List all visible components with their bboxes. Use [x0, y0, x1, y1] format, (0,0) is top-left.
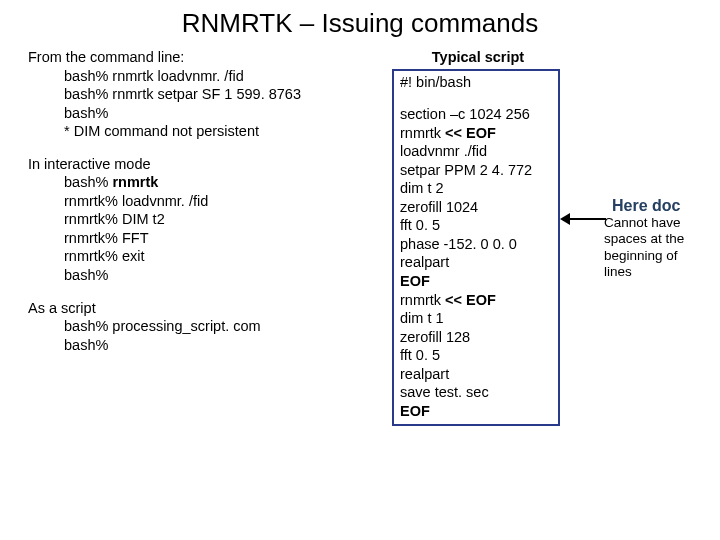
annotation: Here doc Cannot have spaces at the begin… [604, 196, 712, 280]
script-line: EOF [400, 272, 552, 291]
annotation-body: Cannot have spaces at the beginning of l… [604, 215, 712, 280]
script-line: setpar PPM 2 4. 772 [400, 161, 552, 180]
prompt: rnmrtk% [64, 230, 122, 246]
cmd-text: DIM t2 [122, 211, 165, 227]
script-line: realpart [400, 365, 552, 384]
typical-script-title: Typical script [392, 48, 564, 67]
script-line: dim t 1 [400, 309, 552, 328]
shebang-line: #! bin/bash [400, 73, 552, 92]
cmd-text: rnmrtk [400, 125, 445, 141]
scr-line: bash% processing_script. com [64, 317, 338, 336]
script-line: section –c 1024 256 [400, 105, 552, 124]
script-box: #! bin/bash section –c 1024 256 rnmrtk <… [392, 69, 560, 427]
script-line: phase -152. 0 0. 0 [400, 235, 552, 254]
right-column: Typical script #! bin/bash section –c 10… [392, 48, 582, 426]
heredoc-end: EOF [400, 403, 430, 419]
script-line: fft 0. 5 [400, 346, 552, 365]
cmd-text: loadvnmr. /fid [122, 193, 208, 209]
int-line: bash% rnmrtk [64, 173, 338, 192]
interactive-head: In interactive mode [28, 155, 338, 174]
int-line: rnmrtk% DIM t2 [64, 210, 338, 229]
prompt: bash% [64, 267, 108, 283]
cmd-block: bash% rnmrtk loadvnmr. /fid bash% rnmrtk… [28, 67, 338, 141]
annot-line: Cannot have [604, 215, 712, 231]
interactive-block: bash% rnmrtk rnmrtk% loadvnmr. /fid rnmr… [28, 173, 338, 284]
prompt: bash% [64, 174, 112, 190]
arrow-icon [560, 212, 606, 226]
int-line: rnmrtk% exit [64, 247, 338, 266]
script-line: EOF [400, 402, 552, 421]
annot-line: beginning of [604, 248, 712, 264]
annot-line: spaces at the [604, 231, 712, 247]
int-line: rnmrtk% loadvnmr. /fid [64, 192, 338, 211]
script-line: rnmrtk << EOF [400, 291, 552, 310]
cmd-line: * DIM command not persistent [64, 122, 338, 141]
script-line: loadvnmr ./fid [400, 142, 552, 161]
int-line: bash% [64, 266, 338, 285]
cmd-head: From the command line: [28, 48, 338, 67]
slide-root: RNMRTK – Issuing commands From the comma… [0, 0, 720, 540]
cmd-text: FFT [122, 230, 149, 246]
heredoc-marker: << EOF [445, 125, 496, 141]
cmd-line: bash% rnmrtk setpar SF 1 599. 8763 [64, 85, 338, 104]
prompt: rnmrtk% [64, 248, 122, 264]
int-line: rnmrtk% FFT [64, 229, 338, 248]
heredoc-marker: << EOF [445, 292, 496, 308]
cmd-line: bash% rnmrtk loadvnmr. /fid [64, 67, 338, 86]
script-head: As a script [28, 299, 338, 318]
bold-text: rnmrtk [112, 174, 158, 190]
slide-title: RNMRTK – Issuing commands [0, 8, 720, 39]
script-line: zerofill 1024 [400, 198, 552, 217]
annot-line: lines [604, 264, 712, 280]
scr-line: bash% [64, 336, 338, 355]
script-line: dim t 2 [400, 179, 552, 198]
cmd-line: bash% [64, 104, 338, 123]
prompt: rnmrtk% [64, 211, 122, 227]
annotation-title: Here doc [604, 196, 712, 215]
left-column: From the command line: bash% rnmrtk load… [28, 48, 338, 354]
cmd-text: rnmrtk [400, 292, 445, 308]
script-line: zerofill 128 [400, 328, 552, 347]
script-line: rnmrtk << EOF [400, 124, 552, 143]
script-line: save test. sec [400, 383, 552, 402]
script-line: fft 0. 5 [400, 216, 552, 235]
script-line: realpart [400, 253, 552, 272]
prompt: rnmrtk% [64, 193, 122, 209]
script-block: bash% processing_script. com bash% [28, 317, 338, 354]
heredoc-end: EOF [400, 273, 430, 289]
cmd-text: exit [122, 248, 145, 264]
